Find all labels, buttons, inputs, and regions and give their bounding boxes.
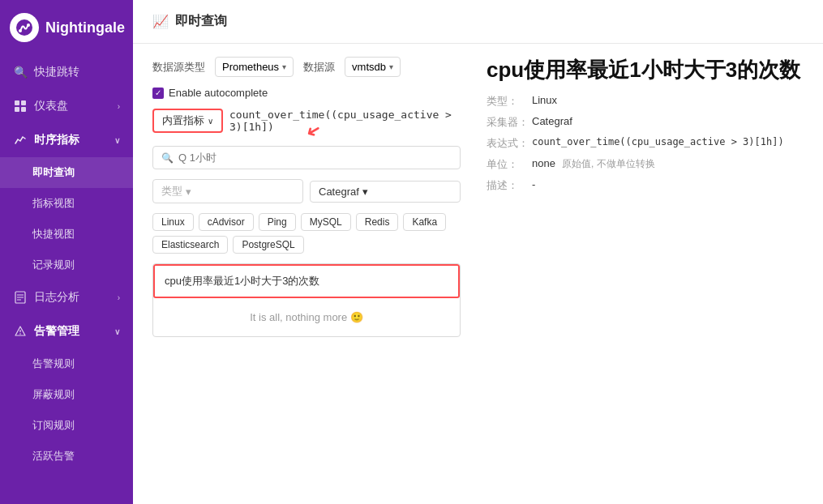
log-icon [13, 290, 28, 305]
collector-label: 采集器： [487, 115, 532, 130]
expr-label: 表达式： [487, 136, 532, 151]
sidebar-item-sub-rule[interactable]: 订阅规则 [0, 410, 133, 441]
tag-ping[interactable]: Ping [259, 213, 296, 231]
sidebar-item-metric-view[interactable]: 指标视图 [0, 188, 133, 219]
detail-desc: 描述： - [487, 178, 804, 193]
detail-expr: 表达式： count_over_time((cpu_usage_active >… [487, 136, 804, 151]
result-list: cpu使用率最近1小时大于3的次数 It is all, nothing mor… [152, 263, 461, 337]
desc-label: 描述： [487, 178, 532, 193]
sidebar-item-dashboard[interactable]: 仪表盘 › [0, 89, 133, 123]
sidebar-item-quick-view[interactable]: 快捷视图 [0, 219, 133, 250]
svg-point-2 [27, 23, 30, 27]
logo: Nightingale [0, 0, 133, 55]
sidebar-item-quick-jump[interactable]: 🔍 快捷跳转 [0, 55, 133, 89]
tags-row: Linux cAdvisor Ping MySQL Redis Kafka El… [152, 213, 461, 254]
chevron-down-icon-ds: ▾ [282, 62, 286, 71]
type-value: Linux [532, 94, 557, 106]
datasource-label: 数据源 [303, 60, 335, 75]
svg-rect-5 [15, 107, 19, 112]
chevron-down-icon-dsv: ▾ [389, 62, 393, 71]
page-header-icon: 📈 [152, 14, 169, 29]
search-icon: 🔍 [13, 65, 28, 79]
chevron-down-collector: ▾ [362, 186, 368, 198]
tag-linux[interactable]: Linux [152, 213, 194, 231]
expr-value: count_over_time((cpu_usage_active > 3)[1… [532, 136, 784, 147]
svg-rect-4 [21, 100, 26, 105]
unit-value: none [532, 157, 555, 169]
page-title: 即时查询 [175, 13, 227, 30]
page-header: 📈 即时查询 [133, 0, 823, 44]
collector-value: Categraf [319, 186, 359, 198]
collector-select[interactable]: Categraf ▾ [310, 181, 461, 203]
type-placeholder: 类型 [161, 184, 182, 199]
collector-detail-value: Categraf [532, 115, 572, 127]
filter-row: 类型 ▾ Categraf ▾ [152, 179, 461, 203]
type-select[interactable]: 类型 ▾ [152, 179, 303, 203]
sidebar-item-instant-query[interactable]: 即时查询 [0, 157, 133, 188]
search-icon-input: 🔍 [161, 152, 174, 164]
tag-kafka[interactable]: Kafka [403, 213, 446, 231]
enable-autocomplete-toggle[interactable]: ✓ Enable autocomplete [152, 87, 268, 99]
type-label: 类型： [487, 94, 532, 109]
dashboard-icon [13, 99, 28, 113]
tag-cadvisor[interactable]: cAdvisor [199, 213, 254, 231]
tag-redis[interactable]: Redis [356, 213, 399, 231]
detail-type: 类型： Linux [487, 94, 804, 109]
svg-point-12 [19, 333, 21, 335]
sidebar-item-timeseries[interactable]: 时序指标 ∨ [0, 123, 133, 157]
alert-icon [13, 324, 28, 339]
right-panel: cpu使用率最近1小时大于3的次数 类型： Linux 采集器： Categra… [461, 57, 804, 491]
chevron-right-icon-log: › [118, 293, 120, 302]
datasource-value: vmtsdb [352, 61, 386, 73]
metric-details: 类型： Linux 采集器： Categraf 表达式： count_over_… [487, 94, 804, 193]
sidebar-item-mute-rule[interactable]: 屏蔽规则 [0, 379, 133, 410]
logo-icon [10, 13, 39, 42]
unit-label: 单位： [487, 157, 532, 172]
svg-rect-6 [21, 107, 26, 112]
checkbox-checked-icon: ✓ [152, 88, 164, 99]
datasource-select[interactable]: vmtsdb ▾ [345, 57, 401, 77]
detail-collector: 采集器： Categraf [487, 115, 804, 130]
tag-mysql[interactable]: MySQL [301, 213, 351, 231]
chart-icon [13, 133, 28, 147]
builtin-label: 内置指标 [162, 113, 204, 128]
chevron-down-icon: ∨ [114, 136, 120, 145]
chevron-down-icon-alert: ∨ [114, 327, 120, 336]
result-item-0[interactable]: cpu使用率最近1小时大于3的次数 [153, 264, 460, 298]
tag-postgresql[interactable]: PostgreSQL [233, 236, 303, 254]
metric-title: cpu使用率最近1小时大于3的次数 [487, 57, 804, 84]
svg-rect-3 [15, 100, 19, 105]
logo-text: Nightingale [45, 19, 125, 36]
sidebar-item-active-alert[interactable]: 活跃告警 [0, 441, 133, 472]
svg-point-1 [19, 29, 22, 32]
datasource-type-label: 数据源类型 [152, 60, 205, 75]
left-panel: 数据源类型 Prometheus ▾ 数据源 vmtsdb ▾ ✓ Enable… [152, 57, 461, 491]
datasource-type-value: Prometheus [222, 61, 279, 73]
sidebar-item-alert-mgmt[interactable]: 告警管理 ∨ [0, 314, 133, 348]
chevron-down-builtin: ∨ [208, 117, 213, 126]
content-area: 数据源类型 Prometheus ▾ 数据源 vmtsdb ▾ ✓ Enable… [133, 44, 823, 504]
sidebar-nav: 🔍 快捷跳转 仪表盘 › 时序指标 ∨ [0, 55, 133, 504]
datasource-type-select[interactable]: Prometheus ▾ [215, 57, 294, 77]
detail-unit: 单位： none 原始值, 不做单位转换 [487, 157, 804, 172]
sidebar-item-alert-rule[interactable]: 告警规则 [0, 348, 133, 379]
main-content: 📈 即时查询 数据源类型 Prometheus ▾ 数据源 vmtsdb ▾ ✓… [133, 0, 823, 504]
desc-value: - [532, 178, 535, 190]
search-box: 🔍 [152, 146, 461, 169]
unit-note: 原始值, 不做单位转换 [562, 157, 655, 171]
sidebar: Nightingale 🔍 快捷跳转 仪表盘 › [0, 0, 133, 504]
chevron-right-icon: › [118, 102, 120, 111]
enable-autocomplete-label: Enable autocomplete [169, 87, 268, 99]
sidebar-item-log-analysis[interactable]: 日志分析 › [0, 280, 133, 314]
chevron-down-type: ▾ [186, 186, 191, 198]
tag-elasticsearch[interactable]: Elasticsearch [152, 236, 228, 254]
result-empty: It is all, nothing more 🙂 [153, 298, 460, 336]
toolbar-row: 数据源类型 Prometheus ▾ 数据源 vmtsdb ▾ ✓ Enable… [152, 57, 461, 99]
sidebar-item-record-rule[interactable]: 记录规则 [0, 250, 133, 280]
search-input[interactable] [178, 152, 452, 164]
